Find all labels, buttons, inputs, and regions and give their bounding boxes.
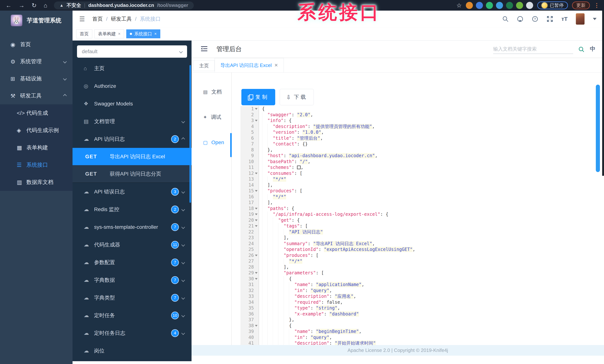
gutter[interactable]: 9 [240,153,259,159]
swagger-menu-item[interactable]: ◎Authorize [73,77,191,95]
sidebar-item-infra[interactable]: ⊞基础设施 [0,70,73,87]
fold-caret-icon[interactable] [255,272,258,274]
rail-item-文档[interactable]: ▤文档 [191,86,231,98]
swagger-menu-item[interactable]: ☁字典类型7 [73,289,191,307]
gutter[interactable]: 22 [240,229,259,235]
swagger-menu-item[interactable]: ☁Redis 监控2 [73,201,191,218]
gutter[interactable]: 19 [240,212,259,217]
fold-caret-icon[interactable] [255,219,258,221]
gutter[interactable]: 37 [240,317,259,323]
breadcrumb-item[interactable]: 研发工具 [111,15,132,23]
update-button[interactable]: 更新 [572,1,590,9]
api-endpoint-item[interactable]: GET导出API 访问日志 Excel [73,148,191,165]
gutter[interactable]: 8 [240,147,259,153]
extension-icon[interactable] [466,2,473,9]
group-select[interactable]: default [77,45,187,58]
gutter[interactable]: 7 [240,141,259,147]
gutter[interactable]: 36 [240,311,259,317]
doc-tab-主页[interactable]: 主页 [193,60,214,71]
gutter[interactable]: 14 [240,182,259,188]
gutter[interactable]: 38 [240,323,259,329]
swagger-menu-item[interactable]: ☁参数配置7 [73,253,191,271]
gutter[interactable]: 25 [240,247,259,252]
fold-caret-icon[interactable] [255,278,258,280]
sidebar-item-db-doc[interactable]: ▥数据库文档 [0,174,73,191]
tag-系统接口[interactable]: 系统接口× [126,29,160,38]
tag-表单构建[interactable]: 表单构建× [94,29,124,38]
swagger-menu-item[interactable]: ⌂主页 [73,60,191,77]
close-icon[interactable]: ✕ [274,63,278,68]
doc-search-input[interactable] [493,44,573,54]
extension-icon[interactable] [496,2,503,9]
logo-row[interactable]: 🐰 芋道管理系统 [0,11,73,30]
sidebar-item-system[interactable]: ⚙系统管理 [0,53,73,70]
fold-caret-icon[interactable] [255,190,258,192]
gutter[interactable]: 33 [240,293,259,300]
download-button[interactable]: ⇩ 下载 [280,89,314,105]
breadcrumb-item[interactable]: 首页 [92,15,103,23]
sidebar-scrollbar[interactable] [189,65,191,203]
gutter[interactable]: 34 [240,300,259,305]
gutter[interactable]: 26 [240,252,259,259]
gutter[interactable]: 32 [240,288,259,294]
close-icon[interactable]: × [118,31,121,36]
gutter[interactable]: 21 [240,223,259,229]
security-label[interactable]: 不安全 [67,2,81,9]
gutter[interactable]: 1 [240,106,259,112]
gutter[interactable]: 12 [240,171,259,176]
swagger-menu-item[interactable]: ▤文档管理 [73,113,191,130]
collapse-menu-icon[interactable] [201,46,208,53]
gutter[interactable]: 17 [240,200,259,206]
swagger-menu-item[interactable]: ☁sys-sms-template-controller7 [73,218,191,236]
gutter[interactable]: 11 [240,165,259,171]
fold-caret-icon[interactable] [255,213,258,215]
home-icon[interactable]: ⌂ [44,2,47,8]
gutter[interactable]: 31 [240,282,259,288]
gutter[interactable]: 35 [240,305,259,311]
extension-icon[interactable] [486,2,493,9]
fold-caret-icon[interactable] [255,255,258,256]
page-scrollbar-thumb[interactable] [596,85,600,172]
gutter[interactable]: 41 [240,340,259,345]
fold-caret-icon[interactable] [255,120,258,122]
avatar-caret-icon[interactable] [593,18,597,20]
gutter[interactable]: 3 [240,118,259,124]
reload-icon[interactable]: ↻ [32,2,37,8]
gutter[interactable]: 28 [240,264,259,270]
gutter[interactable]: 30 [240,276,259,282]
fold-caret-icon[interactable] [255,108,258,110]
extension-icon[interactable] [506,2,513,9]
gutter[interactable]: 13 [240,176,259,182]
forward-icon[interactable]: → [19,2,25,8]
rail-item-Open[interactable]: ▢Open [191,137,231,149]
sidebar-item-home[interactable]: ◉首页 [0,36,73,53]
bookmark-star-icon[interactable]: ☆ [456,2,462,9]
gutter[interactable]: 29 [240,270,259,276]
language-toggle-icon[interactable]: 中 [590,45,595,54]
gutter[interactable]: 24 [240,241,259,247]
gutter[interactable]: 23 [240,235,259,241]
rail-item-调试[interactable]: ✦调试 [191,111,231,123]
swagger-menu-item[interactable]: ❖Swagger Models [73,95,191,113]
gutter[interactable]: 18 [240,206,259,212]
github-icon[interactable] [517,16,524,22]
address-bar[interactable]: ▲ 不安全 | dashboard.yudao.iocoder.cn/tool/… [54,1,194,9]
doc-tab-导出API 访问日志 Excel[interactable]: 导出API 访问日志 Excel✕ [214,58,284,72]
tag-首页[interactable]: 首页 [76,29,92,38]
fullscreen-icon[interactable] [547,16,553,22]
extension-icon[interactable] [476,2,483,9]
gutter[interactable]: 10 [240,159,259,165]
gutter[interactable]: 40 [240,335,259,340]
json-code-editor[interactable]: 1{2"swagger": "2.0",3"info": {4"descript… [240,106,601,345]
text-size-icon[interactable]: тT [561,16,567,22]
extension-icon[interactable] [516,2,523,9]
gutter[interactable]: 27 [240,258,259,264]
swagger-menu-item[interactable]: ☁API 错误日志3 [73,183,191,201]
swagger-menu-item[interactable]: ☁API 访问日志2 [73,130,191,148]
gutter[interactable]: 5 [240,129,259,135]
swagger-menu-item[interactable]: ☁定时任务日志4 [73,324,191,342]
doc-search-icon[interactable] [578,46,585,54]
fold-caret-icon[interactable] [255,208,258,209]
sidebar-item-devtools[interactable]: ⚒研发工具 [0,87,73,104]
gutter[interactable]: 2 [240,112,259,118]
